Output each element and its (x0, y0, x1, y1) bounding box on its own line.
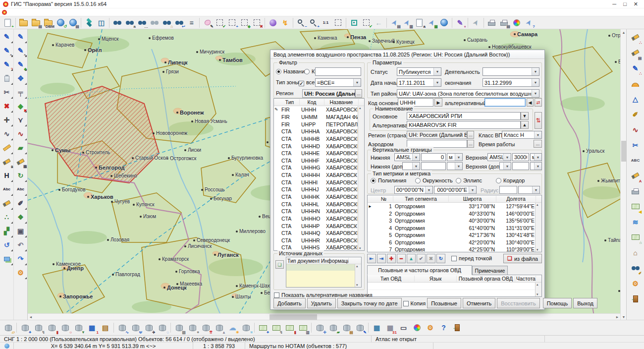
horizontal-scroll-thumb[interactable] (269, 314, 317, 320)
new-document-icon[interactable]: + (1, 17, 14, 29)
status-combo[interactable]: Публикуется▼ (397, 67, 441, 76)
db-loop-icon[interactable]: ◌ (156, 321, 169, 335)
map-3d-relief-icon[interactable]: ⌂ (629, 230, 642, 245)
point-cancel-button[interactable]: ✖ (427, 254, 435, 263)
point-remove-button[interactable]: ━ (397, 254, 406, 263)
open-geoportal-icon[interactable]: ▤ (67, 17, 79, 29)
exit-application-icon[interactable] (629, 291, 642, 306)
naming-main-input[interactable] (407, 112, 521, 120)
airspace-row[interactable]: CTA UHHHJ ХАБАРОВСКИЙ Сектор (274, 186, 364, 193)
monitor-view-icon[interactable]: ▭ (397, 321, 410, 335)
route-points-icon[interactable]: ∿ (629, 122, 642, 137)
map-layers-icon[interactable] (83, 17, 95, 29)
house-passport-icon[interactable]: ⌂ (629, 245, 642, 260)
chevron-down-icon[interactable]: ▼ (532, 79, 539, 86)
copy-checkbox[interactable]: Копия (403, 300, 426, 306)
code-swap-button[interactable]: ⇄ (535, 98, 542, 107)
airspace-row[interactable]: CTA UHHHI ХАБАРОВСК Сектор 7 (274, 178, 364, 186)
routes-pipes-icon[interactable]: ≋ (629, 214, 642, 230)
filter-name-input[interactable] (315, 67, 361, 76)
airspace-row[interactable]: CTA UHHHQ ХАБАРОВСКИЙ Сектор (274, 230, 364, 237)
compass-measure-icon[interactable]: ✐ (629, 107, 642, 122)
alt-code-input[interactable] (484, 98, 526, 107)
work-time-browse-button[interactable]: ... (534, 140, 542, 148)
select-check-icon[interactable]: ✔ (214, 17, 226, 29)
tab-callsigns[interactable]: Позывные и частоты органов ОВД (367, 265, 472, 275)
point-row[interactable]: ► 1 Ортодромия 33°17'08"N 127°59'44"E (368, 203, 541, 210)
search-instruments-icon[interactable]: ✐ (629, 260, 642, 276)
table-view-icon[interactable]: ▦ (370, 321, 383, 335)
db-hatch-icon[interactable]: ▨ (172, 321, 186, 335)
chevron-down-icon[interactable]: ▼ (503, 154, 511, 161)
lower2-unit-combo[interactable]: ▼ (447, 162, 463, 170)
print-preview-icon[interactable]: ▤ (498, 17, 510, 29)
map-export-icon[interactable]: ◀ (629, 199, 642, 214)
from-file-button[interactable]: ❏ из файла (503, 254, 542, 263)
open-internet-map-icon[interactable]: ↺ (54, 17, 67, 29)
redo-curve-icon[interactable]: ↷ (14, 252, 27, 266)
chevron-down-icon[interactable]: ▼ (412, 163, 420, 170)
airspace-row[interactable]: CTA UHHHA ХАБАРОВСКИЙ Сектор (274, 128, 364, 135)
db-grid-numbers-icon[interactable]: ▦1 (85, 321, 99, 335)
date-end-combo[interactable]: 31.12.2999▼ (483, 78, 539, 87)
point-add-button[interactable]: ✚ (387, 254, 396, 263)
radio-filter-name[interactable]: Название (276, 68, 308, 74)
go-back-icon[interactable]: ← (373, 17, 385, 29)
airspace-row[interactable]: CTA UHHHD ХАБАРОВСКИЙ Сектор (274, 142, 364, 150)
upper-ref-combo[interactable]: AMSL▼ (487, 153, 511, 161)
object-list-icon[interactable]: ≡ (185, 17, 198, 29)
route-editor-icon[interactable]: ✎● (454, 17, 466, 29)
db-documents-icon[interactable]: ▤ (340, 321, 353, 335)
image-gallery-icon[interactable] (0, 252, 13, 266)
airspace-row[interactable]: CTA UHHHP ХАБАРОВСК Сектор 12 (274, 222, 364, 230)
map-add-star-icon[interactable]: ✦ (256, 321, 269, 335)
chevron-down-icon[interactable]: ▼ (503, 163, 511, 170)
db-fork-icon[interactable]: Ψ (129, 321, 142, 335)
radio-dot-icon[interactable] (276, 69, 281, 74)
map-chart-icon[interactable]: ▮ (283, 321, 296, 335)
menu-item[interactable] (90, 12, 98, 13)
radio-corridor[interactable]: Коридор (496, 177, 525, 183)
radio-dot-icon[interactable] (496, 178, 501, 183)
undo-icon[interactable]: ↶ (14, 238, 27, 252)
class-vp-combo[interactable]: Класс H▼ (502, 131, 542, 139)
undo-move-icon[interactable]: ↺ (0, 238, 13, 252)
radius-input[interactable] (499, 186, 517, 194)
airspace-row[interactable]: CTA UHHHO ХАБАРОВСКИЙ Сектор (274, 215, 364, 223)
chevron-down-icon[interactable]: ▼ (532, 90, 539, 97)
region-country-browse-button[interactable]: ... (467, 131, 474, 139)
checkbox-icon[interactable] (451, 256, 457, 261)
survey-tool-icon[interactable]: △ (629, 91, 642, 107)
close-point-by-date-button[interactable]: Закрыть точку по дате (337, 298, 402, 308)
airspace-row[interactable]: CTA UHHHS ХАБАРОВСКИЙ Сектор (274, 244, 364, 250)
airspace-row[interactable]: FIR UHPP ПЕТРОПАВЛ.КАМЧАТС (274, 120, 364, 128)
lower-value-input[interactable] (421, 153, 446, 161)
copy-objects-icon[interactable]: ❖ (14, 210, 27, 224)
map-composition-icon[interactable]: ◫ (95, 17, 107, 29)
hierarchy-tree-icon[interactable]: ∴ (0, 210, 13, 224)
create-spline-icon[interactable]: ✎∿ (0, 44, 13, 58)
mirror-object-icon[interactable]: ▰ (14, 141, 27, 155)
steps-profile-icon[interactable]: ▞ (0, 224, 13, 238)
db-mountain-icon[interactable]: ▲ (213, 321, 226, 335)
highlight-flash-icon[interactable] (0, 196, 13, 210)
code-prev-button[interactable]: ◀ (527, 98, 534, 107)
point-row[interactable]: 7 Ортодромия 42°25'00"N 110°39'00"E (368, 246, 541, 252)
delete-object-icon[interactable]: ✖ (0, 99, 13, 113)
airspace-row[interactable]: CTA UHHHB ХАБАРОВСКИЙ Сектор (274, 135, 364, 143)
airspace-row[interactable]: CTA UHHHR ХАБАРОВСКИЙ Сектор (274, 237, 364, 244)
print-map-icon[interactable] (629, 183, 642, 199)
exit-button[interactable]: Выход (573, 298, 597, 308)
upper2-ref-combo[interactable]: ▼ (499, 162, 511, 170)
map-link-icon[interactable]: ↯ (269, 321, 283, 335)
chevron-down-icon[interactable]: ▼ (433, 79, 441, 86)
points-scrollbar[interactable] (535, 203, 541, 252)
object-window-icon[interactable]: ▣ (14, 224, 27, 238)
chevron-down-icon[interactable]: ▼ (353, 79, 361, 86)
db-wood-panel-icon[interactable]: ▤ (99, 321, 112, 335)
create-object-icon[interactable]: ✎ (0, 30, 13, 44)
point-row[interactable]: 6 Ортодромия 42°20'00"N 130°40'00"E (368, 239, 541, 246)
edit-text-abc-icon[interactable]: Abc (14, 182, 27, 196)
checkbox-icon[interactable] (403, 301, 409, 306)
point-row[interactable]: 4 Ортодромия 61°40'00"N 131°31'00"E (368, 225, 541, 232)
